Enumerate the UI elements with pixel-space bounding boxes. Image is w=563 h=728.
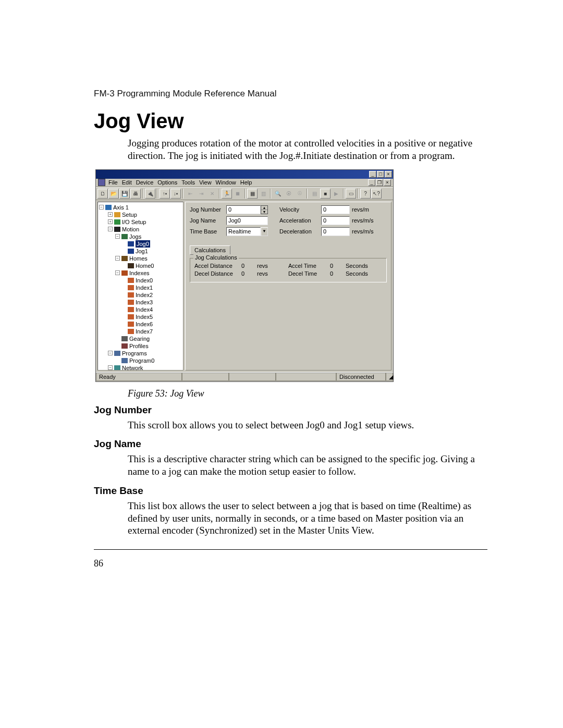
tree-axis[interactable]: Axis 1 <box>113 204 129 211</box>
grid-a-icon[interactable]: ▤ <box>309 189 320 199</box>
chevron-down-icon[interactable]: ▼ <box>261 210 267 214</box>
tree-index2[interactable]: Index2 <box>136 291 153 299</box>
time-base-select[interactable]: Realtime ▼ <box>226 227 268 236</box>
nav-next-icon[interactable]: ⇥ <box>196 189 206 199</box>
tree-home0[interactable]: Home0 <box>136 262 154 269</box>
help-icon[interactable]: ? <box>360 189 371 199</box>
nav-prev-icon[interactable]: ⇤ <box>185 189 195 199</box>
accel-time-value: 0 <box>330 263 346 269</box>
status-cell <box>276 373 336 381</box>
axis-icon <box>105 205 112 210</box>
tree-index3[interactable]: Index3 <box>136 299 153 306</box>
tree-index5[interactable]: Index5 <box>136 313 153 320</box>
save-icon[interactable]: 💾 <box>119 189 130 199</box>
jog-number-input[interactable]: 0 <box>226 205 261 214</box>
minimize-button[interactable]: _ <box>369 171 376 178</box>
grid-b-icon[interactable]: ■ <box>320 189 331 199</box>
status-bar: Ready Disconnected ◢ <box>96 372 393 381</box>
print-icon[interactable]: 🖶 <box>130 189 141 199</box>
calculations-tab[interactable]: Calculations <box>190 245 230 255</box>
close-button[interactable]: × <box>385 171 392 178</box>
tree-motion[interactable]: Motion <box>122 226 139 233</box>
tree-homes[interactable]: Homes <box>129 255 148 262</box>
tree-program0[interactable]: Program0 <box>129 357 154 364</box>
page-title: Jog View <box>94 109 487 133</box>
whats-this-icon[interactable]: ↖? <box>371 189 382 199</box>
open-icon[interactable]: 📂 <box>108 189 119 199</box>
new-icon[interactable]: 🗋 <box>97 189 108 199</box>
tree-programs[interactable]: Programs <box>122 350 147 357</box>
single-window-icon[interactable]: ▭ <box>346 189 356 199</box>
separator <box>157 189 158 199</box>
tree-setup[interactable]: Setup <box>122 211 137 218</box>
tool-a-icon[interactable]: ▦ <box>247 189 258 199</box>
zoom-in-icon[interactable]: 🔍 <box>273 189 283 199</box>
grid-c-icon[interactable]: ▶ <box>331 189 341 199</box>
menu-help[interactable]: Help <box>240 179 252 186</box>
tree-index1[interactable]: Index1 <box>136 284 153 291</box>
menu-options[interactable]: Options <box>157 179 177 186</box>
menu-tools[interactable]: Tools <box>181 179 195 186</box>
download-icon[interactable]: ↓▪ <box>170 189 181 199</box>
tree-profiles[interactable]: Profiles <box>129 342 149 350</box>
decel-distance-unit: revs <box>257 270 288 277</box>
expand-icon[interactable]: + <box>108 219 113 224</box>
maximize-button[interactable]: □ <box>377 171 384 178</box>
tree-index7[interactable]: Index7 <box>136 328 153 335</box>
status-ready: Ready <box>96 373 182 381</box>
expand-icon[interactable]: − <box>108 365 113 370</box>
section-jog-number-body: This scroll box allows you to select bet… <box>128 419 487 431</box>
jog-number-spinner[interactable]: ▲▼ <box>261 205 268 214</box>
outer-titlebar: _ □ × <box>96 170 393 179</box>
expand-icon[interactable]: − <box>108 351 113 355</box>
menu-edit[interactable]: Edit <box>122 179 132 186</box>
index-icon <box>128 314 134 319</box>
jog-calculations-group: Jog Calculations Accel Distance 0 revs A… <box>190 258 387 282</box>
menu-device[interactable]: Device <box>136 179 154 186</box>
stop-icon[interactable]: ⏹ <box>232 189 243 199</box>
deceleration-input[interactable]: 0 <box>321 227 350 236</box>
tree-jogs[interactable]: Jogs <box>129 233 141 240</box>
menu-window[interactable]: Window <box>216 179 236 186</box>
tree-jog0[interactable]: Jog0 <box>136 240 150 248</box>
resize-grip-icon[interactable]: ◢ <box>386 373 393 381</box>
expand-icon[interactable]: − <box>99 205 104 209</box>
acceleration-unit: revs/m/s <box>350 217 378 224</box>
connect-icon[interactable]: 🔌 <box>145 189 155 199</box>
zoom-fit-icon[interactable]: ⦾ <box>295 189 305 199</box>
jogs-icon <box>121 234 128 239</box>
delete-icon[interactable]: ✕ <box>207 189 217 199</box>
expand-icon[interactable]: − <box>115 270 120 275</box>
separator <box>343 189 344 199</box>
upload-icon[interactable]: ↑▪ <box>160 189 170 199</box>
run-icon[interactable]: 🏃 <box>222 189 232 199</box>
mdi-close-button[interactable]: × <box>384 179 391 186</box>
tree-index6[interactable]: Index6 <box>136 320 153 328</box>
zoom-out-icon[interactable]: ⦿ <box>284 189 294 199</box>
menu-view[interactable]: View <box>199 179 212 186</box>
expand-icon[interactable]: − <box>115 256 120 261</box>
acceleration-input[interactable]: 0 <box>321 216 350 225</box>
jog-name-input[interactable]: Jog0 <box>226 216 268 225</box>
tree-jog1[interactable]: Jog1 <box>136 248 148 255</box>
menu-file[interactable]: File <box>108 179 118 186</box>
expand-icon[interactable]: − <box>115 234 120 239</box>
tree-gearing[interactable]: Gearing <box>129 335 150 342</box>
velocity-input[interactable]: 0 <box>321 205 350 214</box>
chevron-up-icon[interactable]: ▲ <box>261 206 267 210</box>
expand-icon[interactable]: − <box>108 227 113 231</box>
app-icon <box>98 179 105 186</box>
tree-index0[interactable]: Index0 <box>136 277 153 284</box>
decel-distance-value: 0 <box>241 270 257 277</box>
expand-icon[interactable]: + <box>108 212 113 217</box>
tree-network[interactable]: Network <box>122 364 143 371</box>
menu-bar-row: File Edit Device Options Tools View Wind… <box>96 179 393 187</box>
chevron-down-icon[interactable]: ▼ <box>261 227 268 236</box>
tree-indexes[interactable]: Indexes <box>129 269 150 277</box>
tree-index4[interactable]: Index4 <box>136 306 153 313</box>
tool-b-icon[interactable]: ▥ <box>258 189 268 199</box>
mdi-restore-button[interactable]: ❐ <box>376 179 383 186</box>
tree-view[interactable]: −Axis 1 +Setup +I/O Setup −Motion −Jogs … <box>97 202 183 371</box>
mdi-minimize-button[interactable]: _ <box>368 179 375 186</box>
tree-io[interactable]: I/O Setup <box>122 218 146 226</box>
